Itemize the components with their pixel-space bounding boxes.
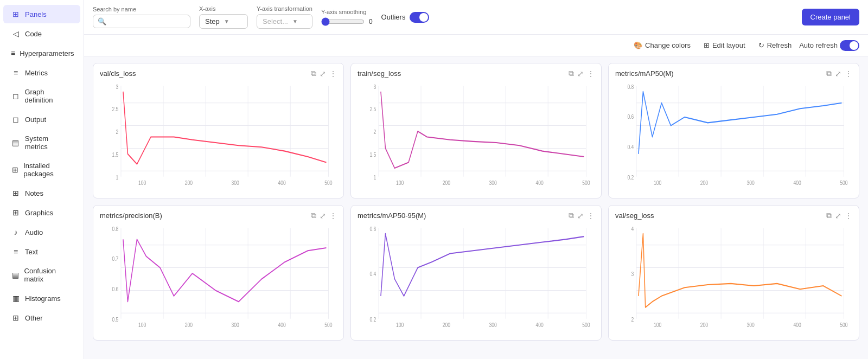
svg-text:0.6: 0.6 [112,286,118,292]
sidebar-item-installed-packages[interactable]: ⊞Installed packages [3,157,80,183]
sidebar-item-metrics[interactable]: ≡Metrics [3,63,80,82]
sidebar-icon: ▤ [11,138,21,147]
chart-title: train/seg_loss [358,69,401,78]
svg-text:400: 400 [535,322,544,328]
sidebar-icon: ≡ [11,68,21,77]
copy-icon[interactable]: ⧉ [569,211,574,220]
ytransform-placeholder: Select... [263,17,288,25]
chart-body: 32.521.51100200300400500 [358,80,595,194]
svg-text:300: 300 [747,322,755,328]
ytransform-dropdown[interactable]: Select... ▼ [257,14,312,29]
sidebar-item-graphics[interactable]: ⊞Graphics [3,203,80,222]
chart-card-chart-4: metrics/precision(B) ⧉ ⤢ ⋮ 0.80.70.60.51… [93,205,344,341]
menu-icon[interactable]: ⋮ [845,69,852,78]
svg-text:100: 100 [654,180,662,186]
sidebar-item-panels[interactable]: ⊞Panels [3,5,80,23]
ysmooth-label: Y-axis smoothing [321,9,373,15]
sidebar-label: Other [25,314,43,322]
ysmooth-section: Y-axis smoothing 0 [321,9,373,26]
refresh-button[interactable]: ↻ Refresh [753,38,797,53]
change-colors-icon: 🎨 [634,41,642,49]
edit-layout-button[interactable]: ⊞ Edit layout [698,38,751,53]
expand-icon[interactable]: ⤢ [835,211,841,220]
svg-text:0.8: 0.8 [112,225,118,232]
sidebar-label: Graphics [25,209,53,217]
sidebar-item-graph-definition[interactable]: ◻Graph definition [3,83,80,109]
sidebar-item-hyperparameters[interactable]: ≡Hyperparameters [3,44,80,62]
svg-text:300: 300 [232,180,240,186]
xaxis-section: X-axis Step ▼ [199,5,248,29]
sidebar-icon: ▥ [11,294,21,303]
chart-body: 432100200300400500 [615,222,852,336]
create-panel-button[interactable]: Create panel [802,9,859,25]
sidebar-icon: ⊞ [11,313,21,322]
svg-text:0.8: 0.8 [627,83,634,89]
secondbar: 🎨 Change colors ⊞ Edit layout ↻ Refresh … [84,35,868,56]
search-input-wrap[interactable]: 🔍 [93,15,190,28]
svg-text:200: 200 [700,322,709,328]
menu-icon[interactable]: ⋮ [329,211,337,220]
sidebar-item-output[interactable]: ◻Output [3,110,80,129]
chart-svg: 0.80.60.40.2100200300400500 [615,80,852,194]
expand-icon[interactable]: ⤢ [577,69,584,78]
copy-icon[interactable]: ⧉ [826,211,832,220]
svg-text:200: 200 [185,322,193,328]
chart-title: metrics/mAP50-95(M) [358,211,426,220]
outliers-toggle[interactable] [410,12,429,23]
svg-text:400: 400 [793,180,801,186]
chart-card-chart-3: metrics/mAP50(M) ⧉ ⤢ ⋮ 0.80.60.40.210020… [608,63,859,198]
sidebar-label: Installed packages [23,162,73,178]
chart-actions: ⧉ ⤢ ⋮ [311,211,337,220]
chart-header: train/seg_loss ⧉ ⤢ ⋮ [358,69,595,78]
expand-icon[interactable]: ⤢ [835,69,841,78]
menu-icon[interactable]: ⋮ [587,211,595,220]
smooth-slider[interactable] [321,17,365,26]
sidebar-item-audio[interactable]: ♪Audio [3,223,80,241]
sidebar-item-system-metrics[interactable]: ▤System metrics [3,130,80,156]
copy-icon[interactable]: ⧉ [311,69,316,78]
xaxis-value: Step [205,17,220,25]
sidebar-item-confusion-matrix[interactable]: ▤Confusion matrix [3,262,80,288]
svg-text:300: 300 [489,322,497,328]
sidebar-item-histograms[interactable]: ▥Histograms [3,289,80,307]
sidebar-item-notes[interactable]: ⊞Notes [3,184,80,202]
sidebar-item-code[interactable]: ◁Code [3,24,80,43]
chart-title: metrics/precision(B) [100,211,162,220]
menu-icon[interactable]: ⋮ [587,69,595,78]
chart-body: 0.80.60.40.2100200300400500 [615,80,852,194]
menu-icon[interactable]: ⋮ [845,211,852,220]
xaxis-dropdown[interactable]: Step ▼ [199,14,248,29]
chart-title: val/seg_loss [615,211,654,220]
svg-text:0.5: 0.5 [112,316,118,323]
chart-svg: 32.521.51100200300400500 [100,80,337,194]
chart-card-chart-2: train/seg_loss ⧉ ⤢ ⋮ 32.521.511002003004… [350,63,602,198]
expand-icon[interactable]: ⤢ [320,69,326,78]
sidebar-item-other[interactable]: ⊞Other [3,309,80,327]
sidebar-icon: ⊞ [11,165,19,174]
expand-icon[interactable]: ⤢ [577,211,584,220]
copy-icon[interactable]: ⧉ [826,69,832,78]
expand-icon[interactable]: ⤢ [320,211,326,220]
sidebar-icon: ≡ [11,247,21,256]
svg-text:1.5: 1.5 [112,151,118,158]
chart-header: val/cls_loss ⧉ ⤢ ⋮ [100,69,337,78]
chart-actions: ⧉ ⤢ ⋮ [311,69,337,78]
svg-text:100: 100 [138,322,146,328]
copy-icon[interactable]: ⧉ [569,69,574,78]
sidebar-icon: ◁ [11,29,21,38]
sidebar-icon: ◻ [11,92,20,100]
sidebar-label: Histograms [25,294,61,303]
edit-layout-icon: ⊞ [704,41,710,49]
chart-header: metrics/precision(B) ⧉ ⤢ ⋮ [100,211,337,220]
sidebar-label: System metrics [25,134,73,151]
chart-actions: ⧉ ⤢ ⋮ [569,211,595,220]
copy-icon[interactable]: ⧉ [311,211,316,220]
sidebar-item-text[interactable]: ≡Text [3,242,80,261]
menu-icon[interactable]: ⋮ [329,69,337,78]
search-input[interactable] [110,17,186,25]
change-colors-button[interactable]: 🎨 Change colors [628,38,696,53]
auto-refresh-toggle[interactable] [840,40,859,51]
sidebar-icon: ⊞ [11,208,21,217]
chart-svg: 432100200300400500 [615,222,852,336]
svg-text:1.5: 1.5 [369,151,376,158]
